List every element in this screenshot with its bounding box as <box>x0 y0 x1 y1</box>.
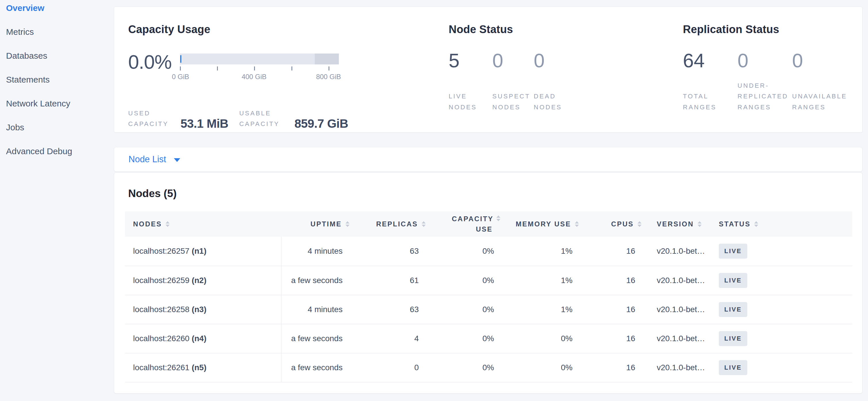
capacity-usage-title: Capacity Usage <box>128 23 449 36</box>
status-badge: LIVE <box>719 331 747 346</box>
replicas-cell: 0 <box>354 353 429 382</box>
sidebar-item-statements[interactable]: Statements <box>0 67 114 91</box>
total-ranges-stat: 64 TOTAL RANGES <box>683 51 738 113</box>
node-address-link[interactable]: localhost:26260 (n4) <box>133 334 206 343</box>
under-replicated-ranges-stat: 0 UNDER-REPLICATED RANGES <box>738 51 792 113</box>
uptime-cell: a few seconds <box>281 266 354 295</box>
node-list-dropdown-label: Node List <box>128 154 166 165</box>
sidebar-item-databases[interactable]: Databases <box>0 44 114 67</box>
column-header-memory-use[interactable]: MEMORY USE <box>502 211 581 237</box>
usable-capacity-stat: USABLE CAPACITY 859.7 GiB <box>239 108 348 130</box>
table-row: localhost:26260 (n4) a few seconds 4 0% … <box>125 324 852 353</box>
table-row: localhost:26261 (n5) a few seconds 0 0% … <box>125 353 852 382</box>
node-address-link[interactable]: localhost:26261 (n5) <box>133 363 206 372</box>
memory-use-cell: 0% <box>502 324 581 353</box>
capacity-usage-section: Capacity Usage 0.0% 0 GiB 400 GiB 800 Gi… <box>128 23 449 132</box>
live-nodes-stat: 5 LIVE NODES <box>449 51 492 113</box>
uptime-cell: 4 minutes <box>281 237 354 266</box>
sort-icon <box>496 216 500 221</box>
suspect-nodes-value: 0 <box>492 51 534 70</box>
column-header-uptime[interactable]: UPTIME <box>281 211 354 237</box>
capacity-use-cell: 0% <box>429 237 502 266</box>
sort-icon <box>638 221 642 227</box>
column-header-version[interactable]: VERSION <box>643 211 708 237</box>
node-address-link[interactable]: localhost:26257 (n1) <box>133 247 206 255</box>
node-list-dropdown[interactable]: Node List <box>128 154 180 165</box>
used-capacity-value: 53.1 MiB <box>181 118 228 130</box>
sidebar-item-network-latency[interactable]: Network Latency <box>0 91 114 115</box>
table-header-row: NODES UPTIME REPLICAS CAPACITY USE MEMOR… <box>125 211 852 237</box>
sort-icon <box>754 221 758 227</box>
capacity-gauge: 0 GiB 400 GiB 800 GiB <box>180 54 339 82</box>
column-header-capacity-use[interactable]: CAPACITY USE <box>429 211 502 237</box>
table-row: localhost:26257 (n1) 4 minutes 63 0% 1% … <box>125 237 852 266</box>
capacity-use-cell: 0% <box>429 266 502 295</box>
node-status-section: Node Status 5 LIVE NODES 0 SUSPECT NODES… <box>449 23 683 132</box>
total-ranges-value: 64 <box>683 51 738 70</box>
capacity-gauge-ticks <box>180 66 339 71</box>
live-nodes-label: LIVE NODES <box>449 91 492 113</box>
sidebar: Overview Metrics Databases Statements Ne… <box>0 0 114 163</box>
axis-label-800gib: 800 GiB <box>316 73 341 81</box>
version-cell: v20.1.0-bet… <box>643 295 708 324</box>
memory-use-cell: 0% <box>502 353 581 382</box>
cpus-cell: 16 <box>581 266 643 295</box>
memory-use-cell: 1% <box>502 295 581 324</box>
unavailable-ranges-value: 0 <box>792 51 847 70</box>
status-badge: LIVE <box>719 302 747 317</box>
node-address-link[interactable]: localhost:26259 (n2) <box>133 276 206 285</box>
replication-status-section: Replication Status 64 TOTAL RANGES 0 UND… <box>683 23 862 132</box>
dead-nodes-value: 0 <box>534 51 575 70</box>
axis-label-400gib: 400 GiB <box>242 73 267 81</box>
column-header-status[interactable]: STATUS <box>708 211 852 237</box>
dead-nodes-label: DEAD NODES <box>534 91 577 113</box>
cpus-cell: 16 <box>581 324 643 353</box>
status-badge: LIVE <box>719 244 747 259</box>
node-address-link[interactable]: localhost:26258 (n3) <box>133 305 206 314</box>
sidebar-item-jobs[interactable]: Jobs <box>0 115 114 139</box>
nodes-panel: Nodes (5) NODES UPTIME REPLICAS <box>114 172 863 394</box>
cluster-summary-card: Capacity Usage 0.0% 0 GiB 400 GiB 800 Gi… <box>114 7 863 133</box>
replicas-cell: 63 <box>354 237 429 266</box>
live-nodes-value: 5 <box>449 51 492 70</box>
uptime-cell: a few seconds <box>281 324 354 353</box>
suspect-nodes-label: SUSPECT NODES <box>492 91 535 113</box>
column-header-cpus[interactable]: CPUS <box>581 211 643 237</box>
capacity-gauge-used-marker <box>180 55 181 63</box>
used-capacity-stat: USED CAPACITY 53.1 MiB <box>128 108 228 130</box>
replicas-cell: 63 <box>354 295 429 324</box>
uptime-cell: 4 minutes <box>281 295 354 324</box>
uptime-cell: a few seconds <box>281 353 354 382</box>
capacity-use-cell: 0% <box>429 324 502 353</box>
column-header-nodes[interactable]: NODES <box>125 211 281 237</box>
capacity-gauge-axis-labels: 0 GiB 400 GiB 800 GiB <box>180 73 339 82</box>
sidebar-item-advanced-debug[interactable]: Advanced Debug <box>0 139 114 163</box>
sidebar-item-metrics[interactable]: Metrics <box>0 20 114 44</box>
main-content: Capacity Usage 0.0% 0 GiB 400 GiB 800 Gi… <box>114 0 863 401</box>
nodes-table: NODES UPTIME REPLICAS CAPACITY USE MEMOR… <box>125 211 852 382</box>
cpus-cell: 16 <box>581 353 643 382</box>
status-badge: LIVE <box>719 273 747 288</box>
chevron-down-icon <box>174 158 180 162</box>
usable-capacity-value: 859.7 GiB <box>294 118 348 130</box>
view-selector-bar: Node List <box>114 147 863 172</box>
capacity-use-cell: 0% <box>429 353 502 382</box>
replication-status-title: Replication Status <box>683 23 862 36</box>
cpus-cell: 16 <box>581 237 643 266</box>
sidebar-item-overview[interactable]: Overview <box>0 0 114 20</box>
sort-icon <box>345 221 349 227</box>
usable-capacity-label: USABLE CAPACITY <box>239 108 287 130</box>
column-header-replicas[interactable]: REPLICAS <box>354 211 429 237</box>
sort-icon <box>422 221 426 227</box>
sort-icon <box>575 221 579 227</box>
cpus-cell: 16 <box>581 295 643 324</box>
under-replicated-ranges-label: UNDER-REPLICATED RANGES <box>738 80 799 113</box>
dead-nodes-stat: 0 DEAD NODES <box>534 51 575 113</box>
suspect-nodes-stat: 0 SUSPECT NODES <box>492 51 534 113</box>
memory-use-cell: 1% <box>502 237 581 266</box>
nodes-heading: Nodes (5) <box>128 188 862 200</box>
version-cell: v20.1.0-bet… <box>643 353 708 382</box>
unavailable-ranges-label: UNAVAILABLE RANGES <box>792 91 853 113</box>
replicas-cell: 4 <box>354 324 429 353</box>
version-cell: v20.1.0-bet… <box>643 324 708 353</box>
